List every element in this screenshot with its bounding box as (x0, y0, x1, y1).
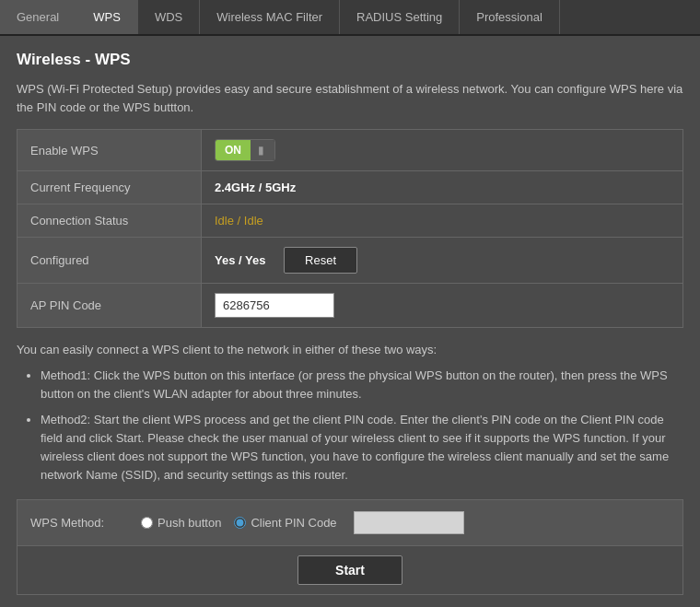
tab-wps[interactable]: WPS (76, 0, 138, 34)
client-pin-option[interactable]: Client PIN Code (234, 516, 336, 530)
client-pin-label: Client PIN Code (251, 516, 336, 530)
wps-options: Push button Client PIN Code (141, 511, 464, 534)
page-description: WPS (Wi-Fi Protected Setup) provides eas… (17, 80, 683, 116)
toggle-slider: ▮ (251, 140, 274, 160)
reset-button[interactable]: Reset (284, 247, 357, 274)
start-button[interactable]: Start (298, 555, 402, 585)
enable-wps-row: Enable WPS ON ▮ (18, 130, 683, 171)
settings-table: Enable WPS ON ▮ Current Frequency 2.4GHz… (17, 129, 683, 328)
main-content: Wireless - WPS WPS (Wi-Fi Protected Setu… (0, 36, 700, 607)
push-button-radio[interactable] (141, 517, 153, 529)
list-item: Method2: Start the client WPS process an… (41, 411, 683, 485)
configured-value: Yes / Yes (215, 253, 265, 267)
wps-method-section: WPS Method: Push button Client PIN Code … (17, 499, 683, 595)
tab-bar: General WPS WDS Wireless MAC Filter RADI… (0, 0, 700, 36)
current-frequency-value: 2.4GHz / 5GHz (215, 181, 296, 194)
tab-wds[interactable]: WDS (138, 0, 200, 34)
connection-status-row: Connection Status Idle / Idle (18, 204, 683, 238)
page-title: Wireless - WPS (17, 51, 683, 69)
configured-label: Configured (18, 238, 202, 284)
client-pin-input[interactable] (354, 511, 464, 534)
tab-radius-setting[interactable]: RADIUS Setting (340, 0, 460, 34)
current-frequency-row: Current Frequency 2.4GHz / 5GHz (18, 171, 683, 204)
tab-wireless-mac-filter[interactable]: Wireless MAC Filter (200, 0, 340, 34)
toggle-on-label: ON (216, 140, 251, 160)
tab-professional[interactable]: Professional (460, 0, 560, 34)
connection-status-label: Connection Status (18, 204, 202, 238)
wps-method-label: WPS Method: (30, 516, 141, 530)
enable-wps-toggle[interactable]: ON ▮ (215, 139, 275, 161)
info-methods-list: Method1: Click the WPS button on this in… (17, 367, 683, 485)
info-intro: You can easily connect a WPS client to t… (17, 341, 683, 359)
wps-method-row: WPS Method: Push button Client PIN Code (18, 500, 682, 546)
tab-general[interactable]: General (0, 0, 76, 34)
connection-status-value: Idle / Idle (215, 214, 263, 228)
wps-start-row: Start (18, 546, 682, 594)
list-item: Method1: Click the WPS button on this in… (41, 367, 683, 403)
client-pin-radio[interactable] (234, 517, 246, 529)
configured-row: Configured Yes / Yes Reset (18, 238, 683, 284)
current-frequency-label: Current Frequency (18, 171, 202, 204)
ap-pin-code-row: AP PIN Code (18, 284, 683, 328)
push-button-option[interactable]: Push button (141, 516, 221, 530)
ap-pin-code-input[interactable] (215, 293, 334, 318)
push-button-label: Push button (158, 516, 221, 530)
enable-wps-label: Enable WPS (18, 130, 202, 171)
ap-pin-code-label: AP PIN Code (18, 284, 202, 328)
info-section: You can easily connect a WPS client to t… (17, 341, 683, 484)
